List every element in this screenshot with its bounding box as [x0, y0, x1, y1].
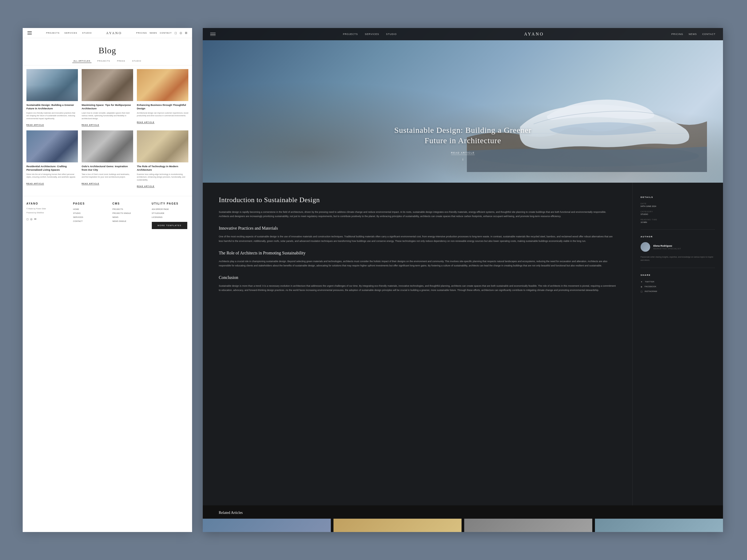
- footer-brand-name: AYANO: [26, 202, 71, 205]
- footer-utility-col: Utility Pages 404 ERROR PAGE STYLEGUIDE …: [152, 202, 188, 229]
- icon-pinterest-footer[interactable]: ◎: [30, 218, 32, 220]
- read-article-btn-4[interactable]: READ ARTICLE: [26, 183, 44, 185]
- icon-instagram-left[interactable]: ◻: [175, 31, 177, 35]
- nav-pricing-left[interactable]: PRICING: [136, 32, 147, 34]
- share-facebook[interactable]: ◈ FACEBOOK: [641, 285, 715, 288]
- read-article-btn-1[interactable]: READ ARTICLE: [26, 124, 44, 126]
- icon-grid-left[interactable]: ⊞: [185, 31, 187, 35]
- article-card-6[interactable]: The Role of Technology in Modern Archite…: [137, 130, 188, 188]
- related-thumb-3[interactable]: [464, 519, 592, 532]
- hamburger-menu-right[interactable]: [210, 32, 215, 36]
- article-section2-heading: Innovative Practices and Materials: [219, 226, 616, 231]
- share-twitter-label: TWITTER: [645, 281, 654, 283]
- tab-projects[interactable]: PROJECTS: [96, 59, 111, 63]
- footer-link-home[interactable]: HOME: [73, 207, 110, 211]
- article-title-4: Residential Architecture: Crafting Perso…: [26, 164, 78, 172]
- footer-utility-title: Utility Pages: [152, 202, 188, 205]
- read-article-hero-btn[interactable]: READ ARTICLE: [451, 152, 475, 155]
- article-card-4[interactable]: Residential Architecture: Crafting Perso…: [26, 130, 78, 188]
- left-navbar: PROJECTS SERVICES STUDIO AYANO PRICING N…: [23, 28, 192, 38]
- read-article-btn-6[interactable]: READ ARTICLE: [137, 185, 154, 188]
- footer-link-studio[interactable]: STUDIO: [73, 211, 110, 215]
- tab-press[interactable]: PRESS: [116, 59, 126, 63]
- nav-services-left[interactable]: SERVICES: [64, 32, 77, 34]
- author-avatar: [641, 242, 650, 252]
- tab-all-articles[interactable]: ALL ARTICLES: [72, 59, 91, 63]
- blog-title: Blog: [23, 38, 192, 59]
- article-card-1[interactable]: Sustainable Design: Building a Greener F…: [26, 69, 78, 127]
- article-card-3[interactable]: Enhancing Business through Thoughtful De…: [137, 69, 188, 127]
- read-article-btn-3[interactable]: READ ARTICLE: [137, 121, 154, 124]
- nav-pricing-right[interactable]: PRICING: [671, 33, 684, 35]
- article-img-4: [26, 130, 78, 162]
- article-img-3: [137, 69, 188, 101]
- article-intro-heading: Introduction to Sustainable Design: [219, 196, 616, 204]
- sidebar-reading-value: 10 MIN: [641, 221, 715, 223]
- sidebar-details-title: Details: [641, 196, 715, 198]
- nav-contact-left[interactable]: CONTACT: [160, 32, 172, 34]
- related-thumb-4[interactable]: [595, 519, 723, 532]
- footer-link-styleguide[interactable]: STYLEGUIDE: [152, 211, 188, 215]
- article-desc-3: Architectural design can improve custome…: [137, 112, 188, 117]
- logo-right: AYANO: [524, 32, 544, 36]
- footer-link-404[interactable]: 404 ERROR PAGE: [152, 207, 188, 211]
- articles-grid: Sustainable Design: Building a Greener F…: [23, 69, 192, 188]
- left-nav-right: PRICING NEWS CONTACT ◻ ◎ ⊞: [136, 31, 187, 35]
- hero-section: Sustainable Design: Building a Greener F…: [203, 28, 723, 183]
- facebook-icon: ◈: [641, 285, 642, 288]
- footer-link-news-single[interactable]: NEWS SINGLE: [112, 219, 149, 223]
- related-thumb-2[interactable]: [334, 519, 462, 532]
- blog-tabs: ALL ARTICLES PROJECTS PRESS STUDIO: [23, 59, 192, 65]
- sidebar-date-value: 04TH JUNE 2024: [641, 205, 715, 208]
- footer-link-news[interactable]: NEWS: [112, 215, 149, 219]
- article-title-1: Sustainable Design: Building a Greener F…: [26, 103, 78, 110]
- nav-studio-left[interactable]: STUDIO: [82, 32, 92, 34]
- nav-news-right[interactable]: NEWS: [689, 33, 697, 35]
- hamburger-menu-left[interactable]: [27, 31, 32, 34]
- hero-arrow-icon: ↓: [383, 157, 543, 161]
- more-templates-button[interactable]: MORE TEMPLATES: [152, 222, 187, 229]
- article-conclusion-heading: Conclusion: [219, 275, 616, 280]
- author-bio: Passionate writer sharing insights, expe…: [641, 256, 715, 262]
- tab-studio[interactable]: STUDIO: [131, 59, 142, 63]
- nav-contact-right[interactable]: CONTACT: [702, 33, 716, 35]
- article-sidebar: Details DATE 04TH JUNE 2024 CATEGORY STU…: [632, 183, 723, 532]
- share-twitter[interactable]: ✦ TWITTER: [641, 281, 715, 283]
- icon-email-footer[interactable]: ✉: [34, 218, 36, 220]
- related-articles-section: Related Articles: [203, 505, 723, 532]
- sidebar-reading-row: READING TIME 10 MIN: [641, 219, 715, 223]
- footer-link-contact[interactable]: CONTACT: [73, 219, 110, 223]
- hero-title: Sustainable Design: Building a Greener F…: [383, 125, 543, 145]
- hero-overlay: Sustainable Design: Building a Greener F…: [383, 125, 543, 161]
- share-instagram[interactable]: ◻ INSTAGRAM: [641, 290, 715, 293]
- left-nav-links: PROJECTS SERVICES STUDIO: [46, 32, 92, 34]
- footer-link-projects-single[interactable]: PROJECTS SINGLE: [112, 211, 149, 215]
- related-thumb-1[interactable]: [203, 519, 331, 532]
- article-card-5[interactable]: Oslo's Architectural Gems: Inspiration f…: [82, 130, 133, 188]
- related-articles-title: Related Articles: [219, 511, 707, 515]
- sidebar-author-title: Author: [641, 236, 715, 238]
- sidebar-category-label: CATEGORY: [641, 211, 715, 213]
- read-article-btn-5[interactable]: READ ARTICLE: [82, 183, 99, 185]
- nav-projects-left[interactable]: PROJECTS: [46, 32, 60, 34]
- icon-share-left[interactable]: ◎: [180, 31, 182, 35]
- nav-services-right[interactable]: SERVICES: [365, 33, 379, 35]
- footer-cms-title: CMS: [112, 202, 149, 205]
- footer-link-licensing[interactable]: LICENSING: [152, 215, 188, 219]
- read-article-btn-2[interactable]: READ ARTICLE: [82, 124, 99, 126]
- article-title-2: Maximizing Space: Tips for Multipurpose …: [82, 103, 133, 110]
- related-thumbs: [203, 519, 723, 532]
- icon-instagram-footer[interactable]: ◻: [26, 218, 29, 220]
- article-card-2[interactable]: Maximizing Space: Tips for Multipurpose …: [82, 69, 133, 127]
- article-img-1: [26, 69, 78, 101]
- article-desc-2: Learn how to create versatile, adaptable…: [82, 112, 133, 120]
- footer-link-projects[interactable]: PROJECTS: [112, 207, 149, 211]
- nav-news-left[interactable]: NEWS: [150, 32, 157, 34]
- nav-studio-right[interactable]: STUDIO: [386, 33, 397, 35]
- logo-left: AYANO: [106, 31, 122, 35]
- sidebar-share-title: Share: [641, 274, 715, 276]
- nav-projects-right[interactable]: PROJECTS: [343, 33, 358, 35]
- footer-link-services[interactable]: SERVICES: [73, 215, 110, 219]
- article-section3-heading: The Role of Architects in Promoting Sust…: [219, 251, 616, 256]
- twitter-icon: ✦: [641, 281, 643, 283]
